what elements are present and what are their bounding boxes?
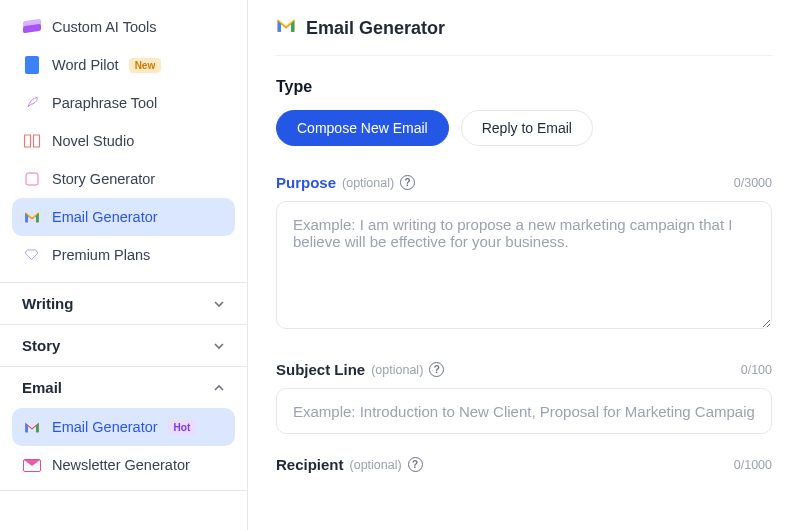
sidebar-primary-list: Custom AI Tools Word Pilot New Paraphras… <box>0 8 247 274</box>
document-icon <box>22 55 42 75</box>
sidebar-item-novel-studio[interactable]: Novel Studio <box>12 122 235 160</box>
page-title-row: Email Generator <box>276 12 772 56</box>
badge-hot: Hot <box>168 420 197 435</box>
help-icon[interactable]: ? <box>429 362 444 377</box>
optional-tag: (optional) <box>350 458 402 472</box>
section-header-email[interactable]: Email <box>0 367 247 408</box>
sidebar-item-word-pilot[interactable]: Word Pilot New <box>12 46 235 84</box>
sidebar-item-label: Email Generator <box>52 209 158 225</box>
layers-icon <box>22 17 42 37</box>
feather-icon <box>22 93 42 113</box>
main-panel: Email Generator Type Compose New Email R… <box>248 0 800 530</box>
purpose-label: Purpose <box>276 174 336 191</box>
type-block: Type Compose New Email Reply to Email <box>276 78 772 146</box>
recipient-field: Recipient (optional) ? 0/1000 <box>276 456 772 473</box>
page-title: Email Generator <box>306 18 445 39</box>
section-item-label: Newsletter Generator <box>52 457 190 473</box>
sidebar-item-label: Paraphrase Tool <box>52 95 157 111</box>
recipient-label: Recipient <box>276 456 344 473</box>
mail-icon <box>22 455 42 475</box>
chevron-down-icon <box>213 298 225 310</box>
type-option-compose[interactable]: Compose New Email <box>276 110 449 146</box>
help-icon[interactable]: ? <box>408 457 423 472</box>
sidebar-item-label: Novel Studio <box>52 133 134 149</box>
section-title: Story <box>22 337 60 354</box>
sidebar-item-custom-ai-tools[interactable]: Custom AI Tools <box>12 8 235 46</box>
book-icon <box>22 131 42 151</box>
subject-input[interactable] <box>276 388 772 434</box>
section-title: Writing <box>22 295 73 312</box>
subject-label: Subject Line <box>276 361 365 378</box>
purpose-counter: 0/3000 <box>734 176 772 190</box>
sidebar-item-label: Story Generator <box>52 171 155 187</box>
sidebar-item-paraphrase-tool[interactable]: Paraphrase Tool <box>12 84 235 122</box>
section-item-email-generator[interactable]: Email Generator Hot <box>12 408 235 446</box>
optional-tag: (optional) <box>342 176 394 190</box>
gmail-icon <box>22 417 42 437</box>
section-header-writing[interactable]: Writing <box>0 283 247 324</box>
help-icon[interactable]: ? <box>400 175 415 190</box>
story-icon <box>22 169 42 189</box>
section-item-newsletter-generator[interactable]: Newsletter Generator <box>12 446 235 484</box>
chevron-up-icon <box>213 382 225 394</box>
type-label: Type <box>276 78 772 96</box>
recipient-counter: 0/1000 <box>734 458 772 472</box>
sidebar: Custom AI Tools Word Pilot New Paraphras… <box>0 0 248 530</box>
subject-field: Subject Line (optional) ? 0/100 <box>276 361 772 434</box>
sidebar-item-label: Custom AI Tools <box>52 19 157 35</box>
section-title: Email <box>22 379 62 396</box>
optional-tag: (optional) <box>371 363 423 377</box>
chevron-down-icon <box>213 340 225 352</box>
sidebar-item-label: Word Pilot <box>52 57 119 73</box>
badge-new: New <box>129 58 162 73</box>
section-item-label: Email Generator <box>52 419 158 435</box>
subject-counter: 0/100 <box>741 363 772 377</box>
sidebar-item-label: Premium Plans <box>52 247 150 263</box>
sidebar-section-story: Story <box>0 324 247 366</box>
type-option-reply[interactable]: Reply to Email <box>461 110 593 146</box>
sidebar-section-writing: Writing <box>0 282 247 324</box>
gmail-icon <box>276 18 296 39</box>
sidebar-item-email-generator[interactable]: Email Generator <box>12 198 235 236</box>
svg-rect-0 <box>26 173 38 185</box>
section-header-story[interactable]: Story <box>0 325 247 366</box>
sidebar-item-story-generator[interactable]: Story Generator <box>12 160 235 198</box>
sidebar-section-email: Email Email Generator Hot <box>0 366 247 491</box>
purpose-field: Purpose (optional) ? 0/3000 <box>276 174 772 333</box>
sidebar-item-premium-plans[interactable]: Premium Plans <box>12 236 235 274</box>
gmail-icon <box>22 207 42 227</box>
gem-icon <box>22 245 42 265</box>
purpose-input[interactable] <box>276 201 772 329</box>
